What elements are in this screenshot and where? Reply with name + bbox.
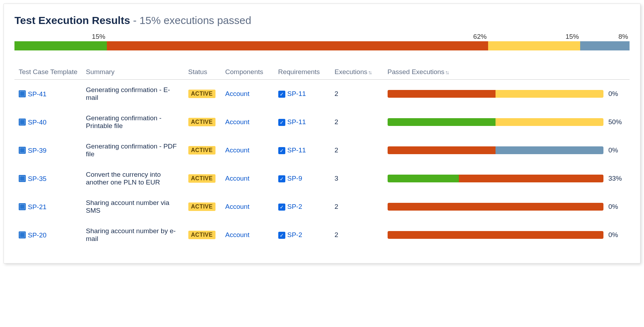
table-body: SP-41Generating confirmation - E-mailACT… <box>14 80 630 249</box>
col-components[interactable]: Components <box>221 65 274 80</box>
status-badge: ACTIVE <box>188 90 216 98</box>
component-link[interactable]: Account <box>225 231 250 238</box>
summary-bar-labels: 15%62%15%8% <box>14 33 630 41</box>
page-title: Test Execution Results - 15% executions … <box>14 14 630 26</box>
col-passed-executions[interactable]: Passed Executions↑↓ <box>383 65 630 80</box>
requirement-check-icon: ✓ <box>278 147 285 154</box>
summary-bar-label: 15% <box>14 33 107 41</box>
col-status[interactable]: Status <box>184 65 221 80</box>
test-case-icon <box>19 203 26 210</box>
test-case-icon <box>19 119 26 126</box>
test-case-link[interactable]: SP-20 <box>28 231 47 238</box>
title-main: Test Execution Results <box>14 14 130 26</box>
passed-percent: 0% <box>608 90 625 98</box>
col-test-case[interactable]: Test Case Template <box>14 65 82 80</box>
table-row: SP-21Sharing account number via SMSACTIV… <box>14 193 630 221</box>
title-separator: - <box>130 14 140 26</box>
execution-bar-segment <box>388 175 459 182</box>
summary-cell: Sharing account number by e-mail <box>82 221 184 249</box>
execution-bar-segment <box>496 118 603 126</box>
component-link[interactable]: Account <box>225 175 250 182</box>
requirement-check-icon: ✓ <box>278 91 285 98</box>
test-case-icon <box>19 90 26 97</box>
table-row: SP-35Convert the currency into another o… <box>14 164 630 193</box>
execution-bar-segment <box>459 175 603 182</box>
execution-bar-segment <box>388 203 603 211</box>
passed-percent: 0% <box>608 231 625 239</box>
table-row: SP-41Generating confirmation - E-mailACT… <box>14 80 630 108</box>
requirement-check-icon: ✓ <box>278 232 285 239</box>
summary-bar-label: 15% <box>488 33 581 41</box>
execution-bar <box>388 90 603 98</box>
sort-icon: ↑↓ <box>368 69 371 75</box>
passed-percent: 0% <box>608 203 625 211</box>
execution-bar-segment <box>388 146 496 154</box>
executions-count: 2 <box>330 108 383 136</box>
component-link[interactable]: Account <box>225 203 250 210</box>
execution-bar <box>388 118 603 126</box>
requirement-check-icon: ✓ <box>278 119 285 126</box>
status-badge: ACTIVE <box>188 118 216 126</box>
component-link[interactable]: Account <box>225 90 250 97</box>
execution-bar-segment <box>388 231 603 239</box>
executions-count: 2 <box>330 136 383 164</box>
col-requirements[interactable]: Requirements <box>274 65 330 80</box>
component-link[interactable]: Account <box>225 118 250 126</box>
status-badge: ACTIVE <box>188 231 216 239</box>
status-badge: ACTIVE <box>188 202 216 211</box>
summary-bar-segment <box>580 41 630 50</box>
passed-percent: 0% <box>608 146 625 154</box>
summary-cell: Convert the currency into another one PL… <box>82 164 184 193</box>
summary-cell: Generating confirmation - Printable file <box>82 108 184 136</box>
execution-bar <box>388 203 603 211</box>
status-badge: ACTIVE <box>188 174 216 183</box>
sort-icon: ↑↓ <box>445 69 448 75</box>
execution-bar-segment <box>496 90 603 98</box>
test-case-link[interactable]: SP-35 <box>28 175 47 182</box>
requirement-check-icon: ✓ <box>278 175 285 182</box>
summary-cell: Sharing account number via SMS <box>82 193 184 221</box>
title-sub: 15% executions passed <box>140 14 251 26</box>
component-link[interactable]: Account <box>225 146 250 154</box>
execution-bar-segment <box>388 118 496 126</box>
test-case-link[interactable]: SP-40 <box>28 118 47 126</box>
requirement-link[interactable]: SP-11 <box>287 146 306 154</box>
requirement-link[interactable]: SP-11 <box>287 90 306 97</box>
test-case-icon <box>19 175 26 182</box>
execution-bar <box>388 231 603 239</box>
test-case-link[interactable]: SP-39 <box>28 146 47 154</box>
table-row: SP-39Generating confirmation - PDF fileA… <box>14 136 630 164</box>
executions-count: 2 <box>330 221 383 249</box>
requirement-link[interactable]: SP-11 <box>287 118 306 126</box>
table-row: SP-20Sharing account number by e-mailACT… <box>14 221 630 249</box>
executions-count: 2 <box>330 193 383 221</box>
requirement-link[interactable]: SP-2 <box>287 231 302 238</box>
test-case-icon <box>19 231 26 238</box>
summary-bar-label: 62% <box>107 33 488 41</box>
requirement-link[interactable]: SP-9 <box>287 175 302 182</box>
test-case-link[interactable]: SP-21 <box>28 203 47 210</box>
summary-bar-segment <box>488 41 581 50</box>
execution-bar <box>388 146 603 154</box>
col-summary[interactable]: Summary <box>82 65 184 80</box>
passed-percent: 33% <box>608 175 625 182</box>
summary-bar-label: 8% <box>580 33 630 41</box>
summary-bar-segment <box>14 41 107 50</box>
status-badge: ACTIVE <box>188 146 216 155</box>
summary-cell: Generating confirmation - E-mail <box>82 80 184 108</box>
results-table: Test Case Template Summary Status Compon… <box>14 65 630 249</box>
summary-bar-segment <box>107 41 488 50</box>
col-executions[interactable]: Executions↑↓ <box>330 65 383 80</box>
executions-count: 3 <box>330 164 383 193</box>
results-card: Test Execution Results - 15% executions … <box>4 4 640 264</box>
test-case-icon <box>19 147 26 154</box>
executions-count: 2 <box>330 80 383 108</box>
requirement-check-icon: ✓ <box>278 204 285 211</box>
execution-bar-segment <box>388 90 496 98</box>
test-case-link[interactable]: SP-41 <box>28 90 47 97</box>
requirement-link[interactable]: SP-2 <box>287 203 302 210</box>
passed-percent: 50% <box>608 118 625 126</box>
summary-cell: Generating confirmation - PDF file <box>82 136 184 164</box>
table-row: SP-40Generating confirmation - Printable… <box>14 108 630 136</box>
execution-bar <box>388 175 603 182</box>
